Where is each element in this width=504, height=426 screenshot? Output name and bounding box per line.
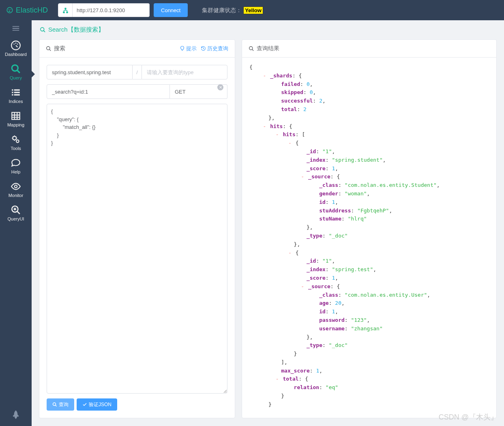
sidebar: Dashboard Query Indices Mapping Tools He… — [0, 20, 32, 426]
sidebar-item-tools[interactable]: Tools — [0, 131, 32, 154]
search-icon — [40, 27, 46, 33]
svg-point-4 — [13, 43, 15, 45]
watermark: CSDN @『木头』 — [439, 412, 498, 422]
sidebar-item-label: Tools — [11, 146, 21, 151]
gauge-icon — [11, 40, 21, 51]
search-panel-header: 搜索 提示 历史查询 — [39, 40, 235, 58]
svg-point-16 — [16, 140, 19, 143]
health-label: 集群健康状态： Yellow — [202, 6, 263, 14]
svg-rect-10 — [12, 94, 13, 95]
check-icon — [82, 402, 87, 407]
page-title: Search【数据搜索】 — [32, 20, 504, 39]
dashboard-icon — [6, 6, 13, 14]
health-label-text: 集群健康状态： — [202, 7, 242, 13]
gears-icon — [11, 134, 21, 145]
svg-rect-2 — [66, 11, 68, 13]
panels-row: 搜索 提示 历史查询 / — [32, 39, 504, 426]
table-icon — [11, 111, 21, 121]
svg-rect-0 — [64, 8, 66, 9]
svg-point-7 — [12, 65, 18, 71]
sidebar-item-label: Mapping — [7, 122, 24, 127]
bulb-icon — [180, 46, 185, 51]
search-icon — [11, 64, 21, 74]
connection-group: Connect — [58, 3, 188, 17]
svg-rect-12 — [14, 92, 20, 93]
search-panel: 搜索 提示 历史查询 / — [39, 39, 235, 418]
result-panel-header: 查询结果 — [242, 40, 496, 58]
search-panel-body: / GET ✕ 查询 — [39, 58, 235, 418]
search-icon — [52, 402, 57, 407]
sidebar-item-label: Indices — [9, 99, 23, 104]
history-link-text: 历史查询 — [207, 45, 228, 52]
sidebar-item-queryui[interactable]: QueryUI — [0, 201, 32, 225]
svg-rect-13 — [14, 94, 20, 95]
svg-point-22 — [249, 46, 253, 49]
sidebar-item-indices[interactable]: Indices — [0, 83, 32, 107]
svg-point-17 — [15, 185, 17, 188]
validate-json-button[interactable]: 验证JSON — [77, 398, 117, 411]
brand-logo: ElasticHD — [6, 6, 48, 15]
result-panel-title: 查询结果 — [249, 45, 279, 52]
sidebar-item-label: Help — [11, 169, 21, 174]
menu-toggle-button[interactable] — [0, 20, 32, 36]
svg-point-6 — [17, 43, 18, 45]
svg-point-20 — [47, 46, 50, 49]
path-separator: / — [133, 65, 142, 79]
search-plus-icon — [11, 205, 21, 215]
result-json-viewer[interactable]: { - _shards: { failed: 0, skipped: 0, su… — [242, 58, 496, 418]
page-title-text: Search【数据搜索】 — [48, 26, 104, 34]
connection-url-input[interactable] — [73, 3, 150, 17]
sidebar-item-monitor[interactable]: Monitor — [0, 178, 32, 201]
rocket-icon — [0, 409, 32, 423]
brand-text: ElasticHD — [16, 6, 48, 15]
search-path-input[interactable] — [47, 84, 170, 99]
search-icon — [46, 46, 51, 51]
sidebar-item-help[interactable]: Help — [0, 154, 32, 178]
sidebar-item-label: Dashboard — [5, 52, 27, 57]
result-panel-title-text: 查询结果 — [257, 45, 279, 52]
search-panel-title: 搜索 — [46, 45, 65, 52]
sidebar-item-mapping[interactable]: Mapping — [0, 107, 32, 131]
eye-icon — [11, 181, 21, 192]
svg-point-19 — [41, 28, 44, 31]
svg-rect-8 — [12, 89, 13, 90]
type-input[interactable] — [142, 65, 227, 79]
chat-icon — [11, 158, 21, 168]
top-header: ElasticHD Connect 集群健康状态： Yellow — [0, 0, 504, 20]
sidebar-item-label: Query — [10, 75, 22, 80]
svg-rect-11 — [14, 89, 20, 90]
sitemap-button[interactable] — [58, 3, 73, 17]
hint-link[interactable]: 提示 — [180, 45, 197, 52]
search-button-text: 查询 — [59, 401, 69, 408]
result-panel: 查询结果 { - _shards: { failed: 0, skipped: … — [242, 39, 497, 418]
content-area: Search【数据搜索】 搜索 提示 历史查询 — [32, 20, 504, 426]
sidebar-active-chevron-icon — [32, 71, 35, 77]
sidebar-item-dashboard[interactable]: Dashboard — [0, 36, 32, 60]
history-icon — [201, 46, 206, 51]
query-body-textarea[interactable] — [47, 104, 227, 394]
svg-rect-14 — [12, 112, 20, 119]
hint-link-text: 提示 — [186, 45, 197, 52]
search-panel-title-text: 搜索 — [54, 45, 65, 52]
svg-rect-9 — [12, 92, 13, 93]
history-link[interactable]: 历史查询 — [201, 45, 228, 52]
list-icon — [11, 87, 21, 98]
svg-rect-1 — [63, 11, 64, 13]
hamburger-icon — [11, 24, 20, 33]
index-input[interactable] — [47, 65, 133, 79]
sitemap-icon — [62, 7, 69, 13]
connect-button[interactable]: Connect — [154, 3, 188, 17]
sidebar-item-label: Monitor — [9, 193, 24, 198]
sidebar-item-label: QueryUI — [8, 216, 24, 221]
search-icon — [249, 46, 254, 51]
clear-icon[interactable]: ✕ — [217, 84, 223, 90]
search-button[interactable]: 查询 — [47, 398, 74, 411]
validate-button-text: 验证JSON — [89, 401, 112, 408]
svg-point-5 — [15, 43, 17, 44]
health-status-badge: Yellow — [243, 6, 263, 14]
sidebar-item-query[interactable]: Query — [0, 60, 32, 83]
svg-point-21 — [53, 403, 56, 406]
